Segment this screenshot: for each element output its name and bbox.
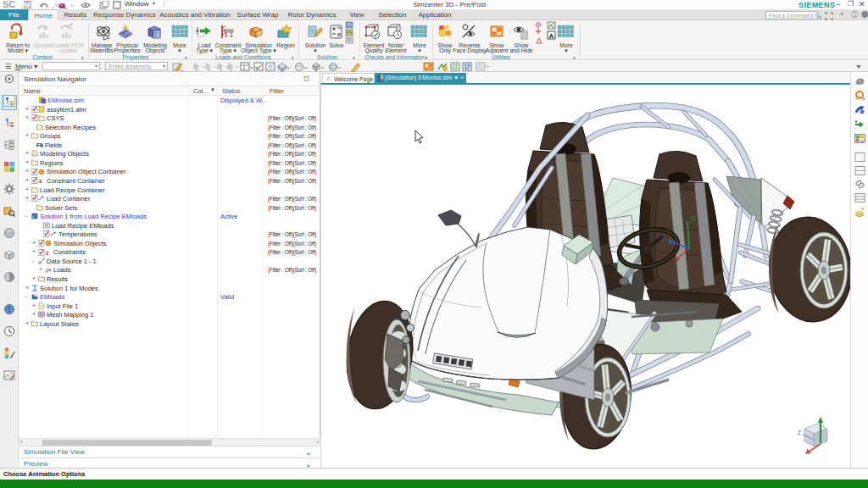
svg-text:Z: Z xyxy=(798,430,801,435)
svg-text:z: z xyxy=(39,178,42,184)
svg-text:FM: FM xyxy=(36,142,43,148)
svg-text:X: X xyxy=(661,234,665,240)
svg-text:C: C xyxy=(691,214,696,222)
svg-text:A: A xyxy=(549,32,554,40)
svg-text:z: z xyxy=(46,250,49,256)
